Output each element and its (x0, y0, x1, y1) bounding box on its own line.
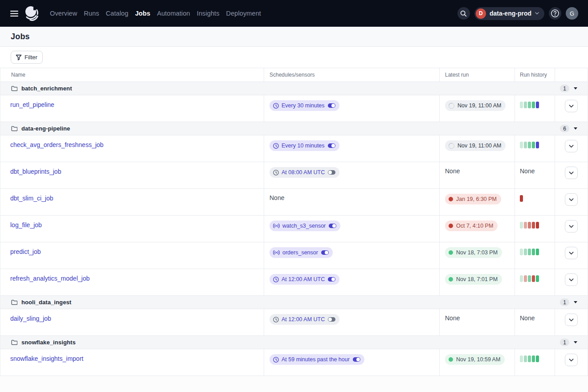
job-name-link[interactable]: dbt_slim_ci_job (10, 195, 53, 202)
schedule-toggle[interactable] (328, 317, 335, 322)
group-row-snowflake_insights[interactable]: snowflake_insights1 (0, 336, 588, 349)
job-name-link[interactable]: run_etl_pipeline (10, 101, 54, 108)
run-history-bar[interactable] (528, 142, 531, 148)
schedule-pill[interactable]: At 59 minutes past the hour (270, 354, 364, 365)
nav-item-runs[interactable]: Runs (84, 10, 99, 17)
workspace-switcher[interactable]: D data-eng-prod (474, 7, 544, 20)
expand-row-button[interactable] (565, 354, 578, 366)
nav-item-catalog[interactable]: Catalog (106, 10, 128, 17)
user-avatar[interactable]: G (566, 7, 578, 20)
expand-row-button[interactable] (565, 193, 578, 206)
expand-row-button[interactable] (565, 167, 578, 179)
run-history-bar[interactable] (532, 249, 535, 255)
group-collapse-caret-icon[interactable] (574, 127, 577, 130)
run-history-bar[interactable] (524, 222, 527, 229)
schedule-toggle[interactable] (328, 143, 335, 148)
latest-run-pill[interactable]: Nov 18, 7:01 PM (445, 274, 502, 285)
run-history-bar[interactable] (524, 102, 527, 108)
schedule-pill[interactable]: Every 30 minutes (270, 100, 339, 111)
run-history-bar[interactable] (520, 102, 523, 108)
run-history-bar[interactable] (520, 142, 523, 148)
group-row-hooli_data_ingest[interactable]: hooli_data_ingest1 (0, 296, 588, 309)
latest-run-pill[interactable]: Nov 19, 11:00 AM (445, 100, 506, 111)
latest-run-pill[interactable]: Nov 19, 11:00 AM (445, 140, 506, 151)
latest-run-time: Jan 19, 6:30 PM (456, 196, 497, 202)
latest-run-pill[interactable]: Nov 19, 10:59 AM (445, 354, 505, 365)
run-history-bar[interactable] (532, 355, 535, 362)
latest-run-time: Nov 18, 7:01 PM (456, 276, 498, 282)
schedule-toggle[interactable] (328, 170, 335, 175)
job-name-link[interactable]: daily_sling_job (10, 315, 51, 322)
expand-row-button[interactable] (565, 100, 578, 112)
nav-item-overview[interactable]: Overview (50, 10, 77, 17)
run-history-bar[interactable] (528, 355, 531, 362)
expand-row-button[interactable] (565, 140, 578, 152)
run-history-bar[interactable] (520, 275, 523, 282)
help-button[interactable] (549, 7, 561, 20)
schedule-toggle[interactable] (328, 103, 335, 108)
run-history-bar[interactable] (536, 275, 539, 282)
schedule-toggle[interactable] (328, 277, 335, 282)
run-history-bar[interactable] (536, 222, 539, 229)
search-button[interactable] (457, 7, 470, 20)
run-history-bar[interactable] (520, 222, 523, 229)
latest-run-pill[interactable]: Oct 7, 4:10 PM (445, 220, 498, 231)
schedule-toggle[interactable] (321, 250, 329, 255)
sensor-pill[interactable]: orders_sensor (270, 247, 333, 258)
chevron-down-icon (569, 198, 574, 201)
nav-item-jobs[interactable]: Jobs (135, 10, 150, 17)
group-collapse-caret-icon[interactable] (574, 87, 577, 90)
job-name-link[interactable]: refresh_analytics_model_job (10, 275, 90, 282)
run-history-bar[interactable] (524, 249, 527, 255)
expand-row-button[interactable] (565, 274, 578, 286)
schedule-pill[interactable]: At 12:00 AM UTC (270, 314, 339, 325)
hamburger-menu-button[interactable] (9, 8, 20, 19)
expand-row-button[interactable] (565, 220, 578, 233)
run-history-bar[interactable] (524, 355, 527, 362)
run-history-bar[interactable] (524, 275, 527, 282)
toggle-knob (328, 171, 332, 174)
group-collapse-caret-icon[interactable] (574, 341, 577, 343)
job-name-link[interactable]: predict_job (10, 248, 41, 255)
latest-run-pill[interactable]: Jan 19, 6:30 PM (445, 194, 501, 204)
dagster-logo[interactable] (24, 5, 40, 21)
run-history-bar[interactable] (532, 142, 535, 148)
run-history-bar[interactable] (524, 142, 527, 148)
run-history-bar[interactable] (532, 222, 535, 229)
run-history-bar[interactable] (536, 355, 539, 362)
run-history-bar[interactable] (528, 222, 531, 229)
schedule-toggle[interactable] (329, 224, 336, 228)
group-row-batch_enrichment[interactable]: batch_enrichment1 (0, 82, 588, 95)
sensor-pill[interactable]: watch_s3_sensor (270, 220, 340, 231)
run-history-bar[interactable] (520, 249, 523, 255)
nav-item-insights[interactable]: Insights (197, 10, 220, 17)
job-name-link[interactable]: snowflake_insights_import (10, 355, 83, 362)
run-history-bar[interactable] (536, 249, 539, 255)
page-background (0, 376, 588, 392)
job-name-link[interactable]: dbt_blueprints_job (10, 168, 61, 175)
run-history-bar[interactable] (528, 249, 531, 255)
run-history-bar[interactable] (536, 102, 539, 108)
group-row-data-eng-pipeline[interactable]: data-eng-pipeline6 (0, 122, 588, 135)
run-history-bar[interactable] (528, 102, 531, 108)
group-collapse-caret-icon[interactable] (574, 301, 577, 303)
schedule-pill[interactable]: At 12:00 AM UTC (270, 274, 339, 285)
expand-row-button[interactable] (565, 314, 578, 326)
run-history-bar[interactable] (532, 275, 535, 282)
schedule-pill[interactable]: At 08:00 AM UTC (270, 167, 339, 178)
run-history-bar[interactable] (520, 355, 523, 362)
schedule-toggle[interactable] (353, 357, 360, 362)
nav-item-deployment[interactable]: Deployment (226, 10, 261, 17)
filter-button[interactable]: Filter (11, 51, 43, 64)
job-name-link[interactable]: check_avg_orders_freshness_job (10, 141, 103, 148)
run-history-bar[interactable] (532, 102, 535, 108)
run-history-bar[interactable] (528, 275, 531, 282)
expand-row-button[interactable] (565, 247, 578, 259)
nav-item-automation[interactable]: Automation (157, 10, 190, 17)
run-history-bar[interactable] (536, 142, 539, 148)
latest-run-pill[interactable]: Nov 18, 7:03 PM (445, 247, 502, 258)
schedule-pill[interactable]: Every 10 minutes (270, 140, 339, 151)
toggle-knob (356, 358, 360, 361)
run-history-bar[interactable] (520, 195, 523, 202)
job-name-link[interactable]: log_file_job (10, 221, 42, 229)
